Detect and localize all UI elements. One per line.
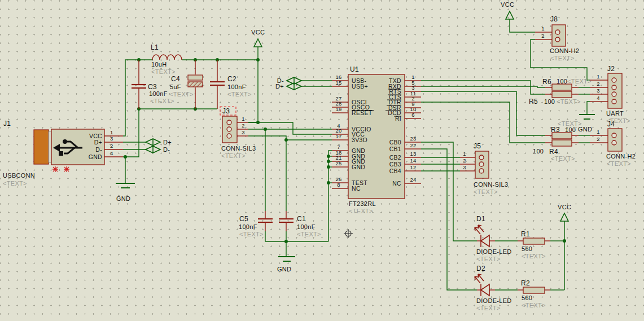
j8-pinnum: 2 [541,33,545,39]
usb-plug-strip [49,131,51,162]
u1-pinname: USB+ [352,83,368,90]
j4-text-placeholder: <TEXT> [607,160,631,167]
c5-ref: C5 [239,215,248,223]
j5-pinnum: 1 [463,151,466,157]
terminal-label: D+ [275,83,284,90]
component-j1-usbconn[interactable]: J1 VCC D+ D- GND 1 3 2 4 USBCONN <TEXT> [3,120,123,187]
c4-value: 5uF [170,83,181,90]
u1-pinname: CB0 [389,139,401,146]
u1-pinname: CB4 [389,168,401,174]
component-u1-ft232rl[interactable]: U1 16 15 27 28 19 4 20 17 [332,65,421,214]
component-j2-uart[interactable]: J2 1 2 3 4 UART <TEXT> [590,65,630,124]
component-r3-resistor[interactable]: <TEXT> R3 100 [545,120,582,139]
component-r4-resistor[interactable]: 100 R4 <TEXT> [533,140,579,162]
no-connect-marks [52,166,69,172]
r2-text-placeholder: <TEXT> [522,302,546,309]
d2-text-placeholder: <TEXT> [476,305,501,311]
j1-value: USBCONN [3,172,35,179]
component-l1-inductor[interactable]: L1 10uH <TEXT> [151,43,182,75]
u1-pinnum: 15 [335,80,341,86]
terminal-dplus-usb[interactable]: D+ [146,139,172,146]
component-d2-led[interactable]: D2 DIODE-LED <TEXT> [475,265,512,311]
d1-text-placeholder: <TEXT> [476,256,501,262]
r6-ref: R6 [542,78,551,86]
j1-pinnum: 4 [110,150,113,156]
component-j4-conn-h2[interactable]: J4 1 2 CONN-H2 <TEXT> [590,120,636,167]
c2-text-placeholder: <TEXT> [227,91,252,98]
gnd-terminal-usb[interactable]: GND [116,183,135,202]
r1-value: 560 [522,245,532,252]
j1-pinnum: 2 [110,143,113,149]
vcc-terminal-j8[interactable]: VCC [501,1,514,19]
c4-text-placeholder: <TEXT> [169,91,194,98]
j5-pinnum: 3 [463,164,466,170]
gnd-label: GND [116,195,130,202]
component-r1-resistor[interactable]: R1 560 <TEXT> [518,230,550,260]
j5-text-placeholder: <TEXT> [474,188,498,195]
vcc-terminal-leds[interactable]: VCC [558,204,571,221]
u1-pinnum: 17 [335,133,341,139]
u1-pinnum: 25 [335,160,341,166]
c5-value: 100nF [239,223,257,230]
r5-value: 100 [544,98,555,105]
component-r2-resistor[interactable]: R2 560 <TEXT> [518,279,550,309]
vcc-terminal-top[interactable]: VCC [251,29,265,47]
c3-text-placeholder: <TEXT> [150,98,174,104]
component-c2-capacitor[interactable]: C2 100nF <TEXT> [210,60,252,109]
component-c5-capacitor[interactable]: C5 100nF <TEXT> [239,211,273,238]
l1-value: 10uH [151,61,167,68]
u1-ref: U1 [350,65,359,73]
terminal-label: D+ [163,139,172,146]
j1-pin-dplus: D+ [94,139,102,146]
u1-text-placeholder: <TEXT> [349,208,373,214]
j3-pinnum: 1 [242,116,245,122]
component-c1-capacitor[interactable]: C1 100nF <TEXT> [279,211,321,238]
terminal-dminus-usb[interactable]: D- [146,146,170,153]
vcc-label: VCC [501,1,514,8]
gnd-terminal-caps[interactable]: GND [277,257,295,272]
u1-value: FT232RL [349,200,376,207]
r4-value: 100 [533,148,544,155]
r2-ref: R2 [521,279,530,287]
c3-ref: C3 [148,83,157,91]
r3-ref: R3 [551,126,560,134]
terminal-dplus-u1[interactable]: D+ [275,83,301,90]
c4-ref: C4 [171,75,180,83]
u1-pinname: GND [352,164,365,170]
component-j5-conn-sil3[interactable]: J5 1 2 3 CONN-SIL3 <TEXT> [460,142,508,195]
j8-value: CONN-H2 [550,47,579,54]
r5-ref: R5 [529,98,538,105]
j2-ref: J2 [607,65,615,73]
u1-pinnum: 19 [335,106,341,112]
j2-pinnum: 2 [597,81,600,87]
u1-pinname: NC [352,185,361,192]
j1-pinnum: 3 [110,135,113,142]
j3-ref: J3 [222,107,230,115]
component-j3-conn-sil3[interactable]: J3 1 2 3 CONN-SIL3 <TEXT> [220,107,256,159]
u1-pinnum: 13 [410,151,416,157]
component-r5-resistor[interactable]: R5 100 <TEXT> [529,91,581,105]
c1-value: 100nF [297,223,316,230]
c2-value: 100nF [227,83,246,90]
component-r6-resistor[interactable]: R6 100 <TEXT> [542,78,592,90]
origin-marker-icon [344,229,353,238]
component-c4-capacitor-polarized[interactable]: C4 5uF <TEXT> [169,60,203,109]
j8-ref: J8 [550,15,558,23]
terminal-label: D- [163,146,170,153]
j8-pinnum: 1 [541,25,545,32]
r2-value: 560 [522,294,532,301]
j2-pinnum: 3 [597,87,600,94]
u1-pinnum: 14 [410,157,416,164]
component-j8-conn-h2[interactable]: J8 1 2 CONN-H2 <TEXT> [535,15,579,61]
j3-pinnum: 3 [242,129,245,135]
d2-value: DIODE-LED [476,297,512,304]
u1-pinname: 3V3O [352,137,367,143]
j4-value: CONN-H2 [606,153,636,160]
j8-text-placeholder: <TEXT> [550,55,575,61]
j5-value: CONN-SIL3 [474,181,508,188]
d1-value: DIODE-LED [476,248,512,255]
j2-value: UART [606,110,624,117]
u1-pinnum: 8 [337,182,340,188]
r6-value: 100 [557,78,567,85]
component-d1-led[interactable]: D1 DIODE-LED <TEXT> [475,215,512,262]
